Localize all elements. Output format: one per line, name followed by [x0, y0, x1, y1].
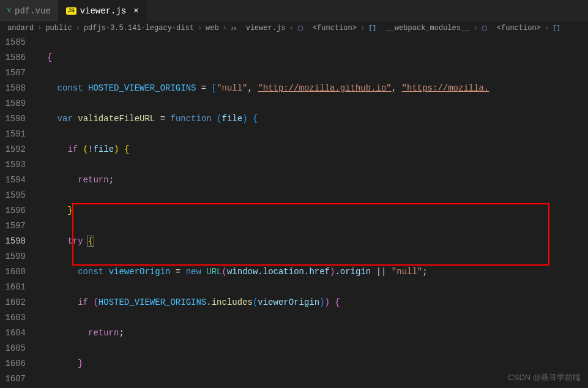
code-area[interactable]: { const HOSTED_VIEWER_ORIGINS = ["null",… [37, 35, 588, 386]
tab-label: viewer.js [80, 6, 127, 16]
crumb-item[interactable]: pdfjs-3.5.141-legacy-dist [84, 24, 194, 32]
tab-pdf-vue[interactable]: V pdf.vue [0, 0, 59, 21]
crumb-item[interactable]: [⁠] __webpack_modules__ [368, 24, 469, 32]
breadcrumb[interactable]: andard› public› pdfjs-3.5.141-legacy-dis… [0, 21, 588, 35]
close-icon[interactable]: × [133, 6, 138, 16]
crumb-item[interactable]: ⬡ <function> [297, 24, 357, 32]
crumb-item[interactable]: public [45, 24, 72, 32]
crumb-item[interactable]: web [206, 24, 219, 32]
bracket-icon: [⁠] [553, 24, 560, 32]
js-icon: JS [231, 26, 237, 31]
watermark: CSDN @燕哥学前端 [508, 372, 581, 383]
vue-icon: V [7, 7, 11, 14]
tab-bar: V pdf.vue JS viewer.js × [0, 0, 588, 21]
tab-label: pdf.vue [15, 6, 51, 16]
cube-icon: ⬡ [482, 24, 488, 32]
code-editor[interactable]: 1585158615871588158915901591159215931594… [0, 35, 588, 386]
crumb-item[interactable]: [⁠] [553, 24, 560, 32]
line-gutter: 1585158615871588158915901591159215931594… [0, 35, 37, 386]
tab-viewer-js[interactable]: JS viewer.js × [59, 0, 147, 21]
crumb-item[interactable]: andard [7, 24, 34, 32]
bracket-icon: [⁠] [368, 24, 376, 32]
crumb-item[interactable]: JS viewer.js [231, 24, 286, 32]
cube-icon: ⬡ [297, 24, 303, 32]
js-icon: JS [66, 7, 76, 15]
crumb-item[interactable]: ⬡ <function> [482, 24, 541, 32]
